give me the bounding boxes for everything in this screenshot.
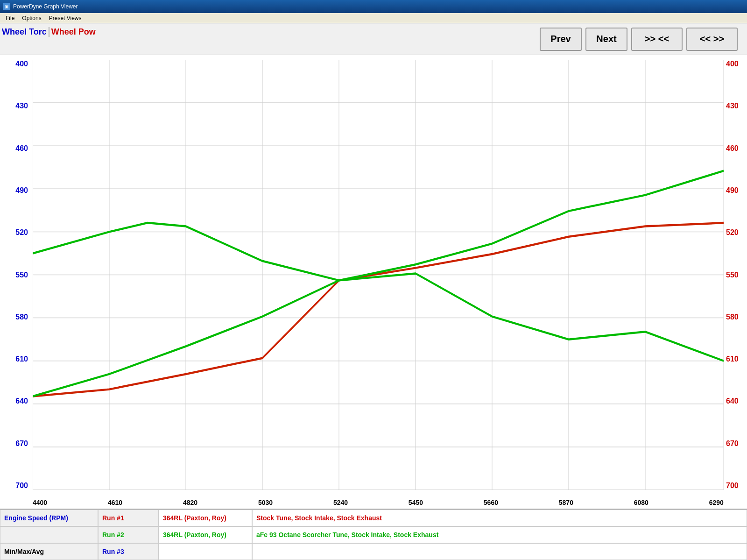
run2-torque-line: [33, 223, 724, 361]
run1-line: [33, 223, 724, 396]
app-window: ▣ PowerDyne Graph Viewer File Options Pr…: [0, 0, 747, 560]
next-button[interactable]: Next: [585, 28, 627, 51]
axis-label-torque: Wheel Torc: [0, 27, 49, 37]
toolbar: Wheel Torc Wheel Pow Prev Next >> << << …: [0, 23, 747, 55]
y-left-580: 580: [2, 313, 30, 321]
run3-description: [252, 543, 747, 560]
x-6080: 6080: [634, 499, 648, 506]
x-5870: 5870: [559, 499, 573, 506]
run1-label: Run #1: [98, 510, 159, 526]
y-right-490: 490: [726, 186, 745, 195]
menu-preset-views[interactable]: Preset Views: [45, 14, 85, 22]
y-axis-left: 700 670 640 610 580 550 520 490 460 430 …: [0, 55, 33, 490]
y-right-670: 670: [726, 439, 745, 448]
y-axis-right: 700 670 640 610 580 550 520 490 460 430 …: [724, 55, 747, 490]
run1-car: 364RL (Paxton, Roy): [159, 510, 252, 526]
y-left-550: 550: [2, 271, 30, 279]
legend-table: Engine Speed (RPM) Run #1 364RL (Paxton,…: [0, 509, 747, 560]
x-axis: 4400 4610 4820 5030 5240 5450 5660 5870 …: [33, 499, 724, 506]
run3-car: [159, 543, 252, 560]
y-left-700: 700: [2, 482, 30, 490]
menu-bar: File Options Preset Views: [0, 13, 747, 23]
y-left-670: 670: [2, 439, 30, 448]
run2-power-line: [33, 171, 724, 397]
title-bar: ▣ PowerDyne Graph Viewer: [0, 0, 747, 13]
y-left-490: 490: [2, 186, 30, 195]
legend-empty-1: [0, 526, 98, 543]
prev-button[interactable]: Prev: [540, 28, 582, 51]
x-5450: 5450: [409, 499, 423, 506]
axis-label-power: Wheel Pow: [49, 27, 98, 37]
y-right-640: 640: [726, 397, 745, 405]
run2-description: aFe 93 Octane Scorcher Tune, Stock Intak…: [252, 526, 747, 543]
y-right-460: 460: [726, 144, 745, 153]
app-icon: ▣: [3, 3, 10, 10]
y-left-430: 430: [2, 102, 30, 110]
y-right-700: 700: [726, 482, 745, 490]
x-5030: 5030: [258, 499, 273, 506]
menu-options[interactable]: Options: [18, 14, 45, 22]
rewind-button[interactable]: << >>: [686, 28, 738, 51]
y-right-580: 580: [726, 313, 745, 321]
y-right-430: 430: [726, 102, 745, 110]
y-right-400: 400: [726, 60, 745, 68]
window-title: PowerDyne Graph Viewer: [13, 3, 78, 10]
chart-svg: [33, 60, 724, 490]
y-left-520: 520: [2, 228, 30, 237]
x-5240: 5240: [333, 499, 348, 506]
run2-label: Run #2: [98, 526, 159, 543]
menu-file[interactable]: File: [2, 14, 18, 22]
y-left-640: 640: [2, 397, 30, 405]
y-left-460: 460: [2, 144, 30, 153]
fast-forward-button[interactable]: >> <<: [631, 28, 683, 51]
y-left-400: 400: [2, 60, 30, 68]
y-left-610: 610: [2, 355, 30, 363]
y-right-610: 610: [726, 355, 745, 363]
engine-speed-label: Engine Speed (RPM): [0, 510, 98, 526]
chart-container: Wheel Torc Wheel Pow Prev Next >> << << …: [0, 23, 747, 560]
run2-car: 364RL (Paxton, Roy): [159, 526, 252, 543]
x-6290: 6290: [709, 499, 724, 506]
chart-area: 700 670 640 610 580 550 520 490 460 430 …: [0, 55, 747, 509]
x-5660: 5660: [484, 499, 498, 506]
x-4820: 4820: [183, 499, 197, 506]
y-right-550: 550: [726, 271, 745, 279]
run1-description: Stock Tune, Stock Intake, Stock Exhaust: [252, 510, 747, 526]
x-4610: 4610: [108, 499, 122, 506]
run3-label: Run #3: [98, 543, 159, 560]
min-max-avg-label: Min/Max/Avg: [0, 543, 98, 560]
y-right-520: 520: [726, 228, 745, 237]
x-4400: 4400: [33, 499, 47, 506]
